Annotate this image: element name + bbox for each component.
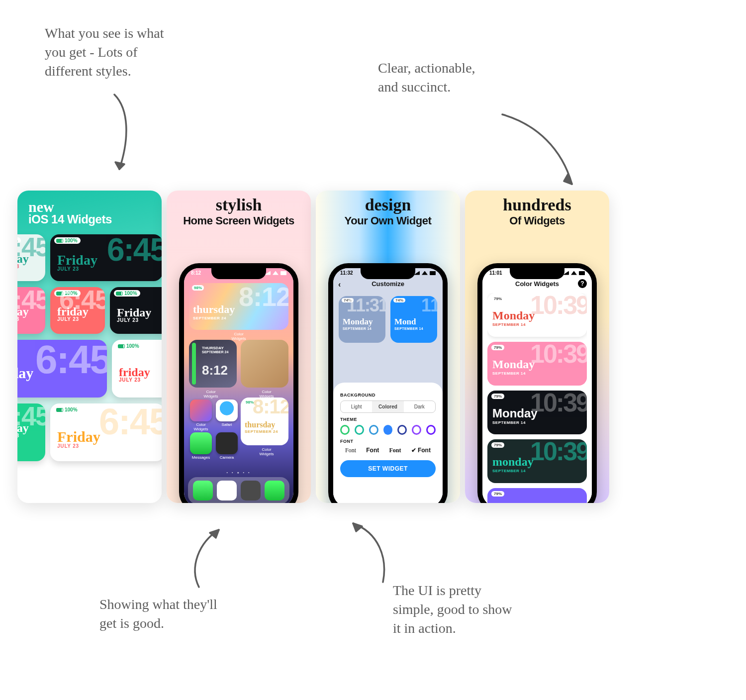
note-top-left: What you see is what you get - Lots of d… <box>45 24 164 80</box>
widget-tile: 100% 6:45 Friday JULY 23 <box>50 403 162 461</box>
widget-tile: 6:45 friday JULY 23 <box>17 340 107 398</box>
help-icon[interactable]: ? <box>578 279 587 288</box>
arrow-top-right <box>497 109 582 194</box>
screenshot-hundreds-widgets: hundreds Of Widgets 11:01 Color Widgets … <box>465 191 609 503</box>
list-item[interactable]: 79% 10:39 Monday SEPTEMBER 14 <box>487 391 587 434</box>
arrow-bottom-left <box>184 522 234 592</box>
home-widget: THURSDAY SEPTEMBER 24 8:12 <box>189 340 237 388</box>
widget-tile: 100% 6:45 friday JULY 23 <box>50 287 105 334</box>
note-bottom-right: The UI is pretty simple, good to show it… <box>393 581 512 637</box>
widget-tile: 100% 6:45 Friday JULY 23 <box>50 234 162 281</box>
shot2-subtitle: Home Screen Widgets <box>171 214 307 227</box>
list-item[interactable]: 79% 10:39 monday SEPTEMBER 14 <box>487 439 587 483</box>
note-top-right: Clear, actionable, and succinct. <box>378 59 475 97</box>
phone-mock: 11:01 Color Widgets ? 79% 10:39 Monday S… <box>477 263 597 503</box>
notch <box>510 268 564 279</box>
screenshot-design-widget: design Your Own Widget 11:32 ‹ Customize… <box>316 191 460 503</box>
screenshot-stylish-widgets: stylish Home Screen Widgets 8:12 98% 8:1… <box>167 191 311 503</box>
status-time: 11:32 <box>340 270 353 276</box>
widget-preview-row: 74% 11:31 Monday SEPTEMBER 14 74% 11 Mon… <box>333 296 443 343</box>
widget-tile: 100% friday JULY 23 <box>112 340 162 398</box>
list-item[interactable]: 79% 10:39 Monday SEPTEMBER 14 <box>487 293 587 337</box>
widget-tile: 6:45 friday JULY 23 <box>17 287 45 334</box>
screen-title: Color Widgets <box>482 280 592 288</box>
widget-tile: 6:45 friday JULY 23 <box>17 403 45 461</box>
screen-title: Customize <box>333 280 443 288</box>
home-widget: 98% 8:12 thursday SEPTEMBER 24 <box>189 283 288 330</box>
label-theme: THEME <box>340 417 436 422</box>
status-time: 8:12 <box>191 270 201 276</box>
shot3-subtitle: Your Own Widget <box>320 214 456 227</box>
home-widget: 98% 8:12 thursday SEPTEMBER 24 <box>241 398 288 445</box>
shot4-subtitle: Of Widgets <box>469 214 605 227</box>
notch <box>211 268 266 279</box>
widget-tile: 100% Friday JULY 23 <box>110 287 162 334</box>
status-time: 11:01 <box>489 270 502 276</box>
home-screen: 98% 8:12 thursday SEPTEMBER 24 Color Wid… <box>184 268 293 503</box>
arrow-bottom-right <box>338 517 393 587</box>
phone-mock: 8:12 98% 8:12 thursday SEPTEMBER 24 Colo… <box>179 263 298 503</box>
arrow-top-left <box>99 90 144 179</box>
dock <box>188 477 289 503</box>
label-background: BACKGROUND <box>340 393 436 398</box>
label-font: FONT <box>340 439 436 444</box>
list-item[interactable]: 79% 10:39 Monday SEPTEMBER 14 <box>487 342 587 386</box>
list-item[interactable]: 79% <box>487 488 587 503</box>
background-segmented-control[interactable]: Light Colored Dark <box>340 400 436 413</box>
widget-list[interactable]: 79% 10:39 Monday SEPTEMBER 14 79% 10:39 … <box>487 293 587 503</box>
widget-tile: 100% 6:45 friday JULY 23 <box>17 234 45 281</box>
notch <box>361 268 415 279</box>
font-options[interactable]: Font Font Font Font <box>340 447 436 454</box>
theme-swatches[interactable] <box>340 425 436 435</box>
shot4-script: hundreds <box>469 197 605 213</box>
shot3-script: design <box>320 197 456 213</box>
home-widget-photo <box>241 340 288 388</box>
note-bottom-left: Showing what they'll get is good. <box>99 595 217 633</box>
shot2-script: stylish <box>171 197 307 213</box>
page-dots: • • ● • • <box>184 471 293 474</box>
shot1-subtitle: iOS 14 Widgets <box>28 212 162 226</box>
customize-panel: BACKGROUND Light Colored Dark THEME <box>333 383 443 503</box>
set-widget-button[interactable]: SET WIDGET <box>340 460 436 477</box>
screenshot-new-widgets: new iOS 14 Widgets 100% 6:45 friday JULY… <box>17 191 162 503</box>
annotated-diagram: What you see is what you get - Lots of d… <box>0 0 746 700</box>
phone-mock: 11:32 ‹ Customize 74% 11:31 Monday SEPTE… <box>328 263 448 503</box>
